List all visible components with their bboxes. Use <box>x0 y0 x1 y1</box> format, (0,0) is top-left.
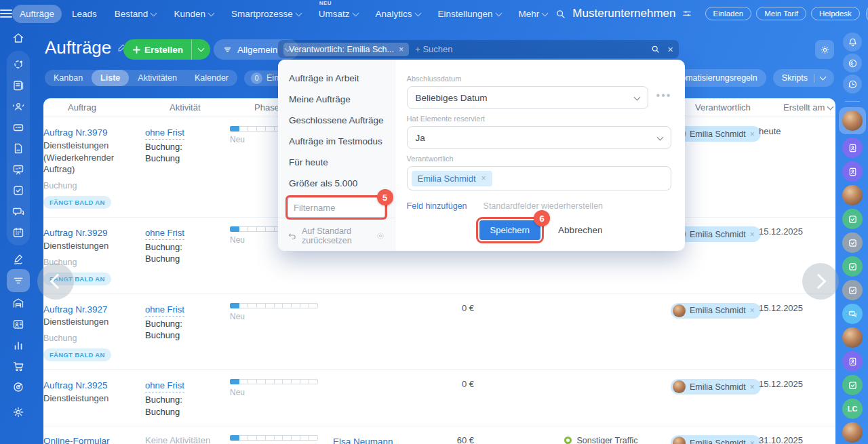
users-icon[interactable] <box>7 96 30 117</box>
active-user-avatar[interactable] <box>839 107 866 134</box>
nav-item-aufträge[interactable]: Aufträge <box>12 5 62 23</box>
scroll-left-arrow[interactable] <box>37 263 74 300</box>
filter-preset-item[interactable]: Aufträge in Arbeit <box>278 68 395 89</box>
responsible-pill[interactable]: Emilia Schmidt× <box>671 303 761 319</box>
order-link[interactable]: Auftrag Nr.3979 <box>43 127 108 139</box>
helpdesk-button[interactable]: Helpdesk <box>811 7 860 20</box>
chat-icon[interactable] <box>7 201 30 222</box>
contact-avatar[interactable] <box>842 351 863 371</box>
column-header-verantwortlich[interactable]: Verantwortlich <box>688 102 776 113</box>
filter-preset-item[interactable]: Aufträge im Testmodus <box>278 131 395 152</box>
preset-settings-icon[interactable] <box>376 231 385 241</box>
filter-preset-item[interactable]: Größer als 5.000 <box>278 173 395 194</box>
check-avatar[interactable] <box>842 209 863 229</box>
tasks-icon[interactable] <box>7 180 30 201</box>
history-icon[interactable] <box>843 75 862 94</box>
nav-item-bestand[interactable]: Bestand <box>107 5 164 23</box>
nav-item-einstellungen[interactable]: Einstellungen <box>431 5 509 23</box>
clear-search-icon[interactable]: × <box>667 44 673 54</box>
tab-liste[interactable]: Liste <box>92 70 129 86</box>
check-avatar[interactable] <box>842 256 863 277</box>
search-bar[interactable]: Verantwortlich: Emilia Sch... × + Suchen… <box>278 40 679 58</box>
search-filter-tag[interactable]: Verantwortlich: Emilia Sch... × <box>283 43 409 56</box>
contact-icon[interactable] <box>7 313 30 334</box>
home-icon[interactable] <box>7 27 30 48</box>
grid-settings-button[interactable] <box>815 40 834 59</box>
tab-kanban[interactable]: Kanban <box>45 70 92 86</box>
column-header-erstellt-am[interactable]: Erstellt am <box>776 102 835 113</box>
search-placeholder[interactable]: + Suchen <box>415 44 650 54</box>
activity-link[interactable]: ohne Frist <box>145 380 184 392</box>
board-icon[interactable] <box>7 159 30 180</box>
sign-icon[interactable] <box>7 248 30 269</box>
field-select[interactable]: Ja <box>407 126 672 149</box>
contact-avatar[interactable] <box>842 138 863 158</box>
funnel-icon[interactable] <box>7 269 30 292</box>
filter-preset-item[interactable]: Für heute <box>278 152 395 173</box>
order-link[interactable]: Auftrag Nr.3929 <box>43 227 108 239</box>
responsible-pill[interactable]: Emilia Schmidt× <box>671 379 761 395</box>
remove-tag-icon[interactable]: × <box>481 174 486 183</box>
activity-link[interactable]: ohne Frist <box>145 228 184 240</box>
nav-item-umsatz[interactable]: UmsatzNEU <box>311 5 366 23</box>
client-link[interactable]: Elsa Neumann <box>333 436 393 444</box>
check-avatar[interactable] <box>842 233 863 253</box>
photo-avatar[interactable] <box>842 327 863 348</box>
tab-aktivitäten[interactable]: Aktivitäten <box>129 70 186 86</box>
inbox-icon[interactable] <box>7 117 30 138</box>
save-button[interactable]: Speichern <box>479 220 541 240</box>
tab-kalender[interactable]: Kalender <box>186 70 237 86</box>
document-icon[interactable] <box>7 138 30 159</box>
bell-icon[interactable] <box>843 33 862 52</box>
phase-progress-bar[interactable] <box>230 379 318 384</box>
marketing-icon[interactable] <box>7 376 30 397</box>
feed-icon[interactable] <box>7 75 30 96</box>
calendar-icon[interactable] <box>7 222 30 243</box>
scroll-right-arrow[interactable] <box>802 263 839 300</box>
remove-tag-icon[interactable]: × <box>399 45 403 54</box>
table-row[interactable]: Auftrag Nr.3927DienstleistungenBuchungFÄ… <box>43 294 835 371</box>
restore-fields-link[interactable]: Standardfelder wiederherstellen <box>484 201 604 211</box>
table-row[interactable]: Auftrag Nr.3925Dienstleistungenohne Fris… <box>43 370 835 426</box>
nav-item-analytics[interactable]: Analytics <box>368 5 428 23</box>
activity-link[interactable]: ohne Frist <box>145 304 184 317</box>
nav-item-leads[interactable]: Leads <box>64 5 104 23</box>
sort-chevron-icon[interactable] <box>827 104 834 110</box>
column-header-auftrag[interactable]: Auftrag <box>68 102 170 113</box>
initials-avatar[interactable]: LC <box>842 399 863 419</box>
add-field-link[interactable]: Feld hinzufügen <box>407 201 467 211</box>
spinner-icon[interactable] <box>7 54 30 75</box>
order-link[interactable]: Auftrag Nr.3925 <box>43 380 108 392</box>
check-avatar[interactable] <box>842 280 863 300</box>
company-name[interactable]: Musterunternehmen <box>572 7 675 20</box>
nav-item-mehr[interactable]: Mehr <box>511 5 555 23</box>
search-icon[interactable] <box>555 8 566 20</box>
phase-progress-bar[interactable] <box>230 303 318 308</box>
photo-avatar[interactable] <box>842 110 863 131</box>
field-select[interactable]: Beliebiges Datum <box>407 86 648 109</box>
cart-icon[interactable] <box>7 355 30 376</box>
photo-avatar[interactable] <box>842 422 863 443</box>
field-menu-icon[interactable]: ••• <box>656 96 672 100</box>
cancel-button[interactable]: Abbrechen <box>558 225 602 235</box>
nav-item-smartprozesse[interactable]: Smartprozesse <box>224 5 309 23</box>
photo-avatar[interactable] <box>842 185 863 205</box>
contact-avatar[interactable] <box>842 161 863 182</box>
responsible-pill[interactable]: Emilia Schmidt× <box>671 435 761 444</box>
warehouse-icon[interactable] <box>7 292 30 313</box>
einladen-button[interactable]: Einladen <box>705 7 752 20</box>
hamburger-menu-icon[interactable] <box>0 7 12 20</box>
order-link[interactable]: Auftrag Nr.3927 <box>43 304 108 316</box>
filter-preset-item[interactable]: Geschlossene Aufträge <box>278 110 395 131</box>
scripts-chevron-icon[interactable] <box>820 74 827 81</box>
field-tag-box[interactable]: Emilia Schmidt× <box>407 166 672 190</box>
filter-name-input[interactable] <box>288 197 385 218</box>
copilot-icon[interactable] <box>843 54 862 73</box>
chat-avatar[interactable] <box>842 304 863 324</box>
mein-tarif-button[interactable]: Mein Tarif <box>756 7 806 20</box>
search-submit-icon[interactable] <box>650 44 660 54</box>
table-row[interactable]: Online-Formular "Formular der Kontaktinf… <box>43 426 835 444</box>
order-link[interactable]: Online-Formular "Formular der Kontaktinf… <box>43 435 146 444</box>
column-header-aktivität[interactable]: Aktivität <box>170 102 254 113</box>
company-settings-icon[interactable] <box>682 8 692 19</box>
